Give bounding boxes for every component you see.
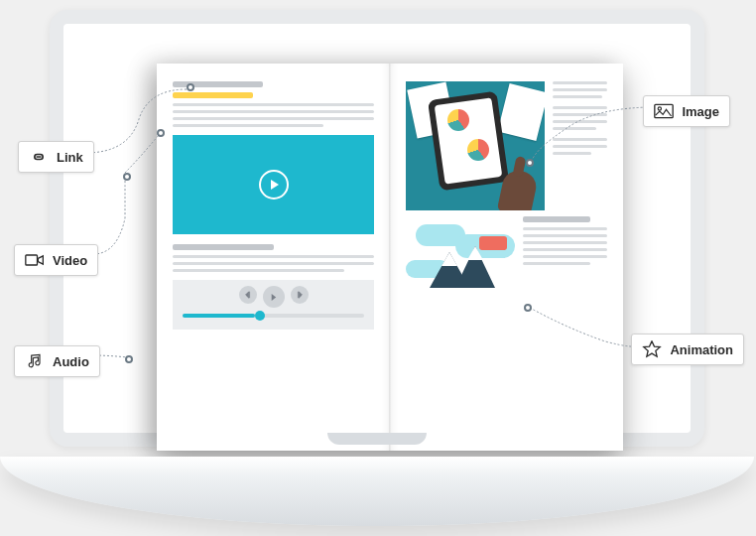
svg-rect-1 (655, 104, 673, 117)
play-button-icon[interactable] (259, 170, 289, 200)
anchor-video-callout (123, 173, 131, 181)
text-line (173, 124, 323, 127)
anchor-link (187, 83, 194, 91)
link-icon (29, 148, 49, 166)
video-camera-icon (25, 251, 45, 269)
text-line (523, 262, 590, 265)
text-line (553, 152, 591, 155)
text-line (553, 113, 607, 116)
laptop-screen (50, 10, 704, 447)
callout-label: Link (57, 150, 83, 165)
anchor-image (526, 159, 534, 167)
callout-label: Animation (670, 342, 733, 357)
callout-label: Video (53, 253, 87, 268)
anchor-audio (125, 355, 133, 363)
text-line (553, 95, 602, 98)
audio-progress[interactable] (183, 314, 364, 318)
text-line (173, 255, 374, 258)
text-line (523, 248, 607, 251)
text-line (173, 110, 374, 113)
laptop-notch (327, 433, 427, 445)
embedded-animation (406, 216, 515, 294)
audio-player[interactable] (173, 280, 374, 330)
text-line (523, 227, 607, 230)
text-line (553, 106, 607, 109)
anchor-video-target (157, 129, 165, 137)
heading-placeholder (173, 244, 274, 250)
star-icon (642, 340, 662, 358)
text-line (173, 103, 374, 106)
text-line (173, 262, 374, 265)
callout-audio: Audio (14, 345, 100, 377)
callout-label: Image (682, 104, 719, 119)
laptop-frame (50, 10, 704, 467)
text-line (553, 145, 607, 148)
play-icon[interactable] (263, 286, 285, 308)
text-line (523, 234, 607, 237)
text-line (523, 241, 607, 244)
anchor-animation (524, 304, 532, 312)
prev-icon[interactable] (239, 286, 257, 304)
callout-animation: Animation (631, 334, 744, 365)
text-line (553, 138, 607, 141)
music-note-icon (25, 352, 45, 370)
callout-image: Image (643, 95, 730, 127)
next-icon[interactable] (291, 286, 309, 304)
page-left (157, 64, 390, 451)
picture-icon (654, 102, 674, 120)
text-line (553, 81, 607, 84)
video-player[interactable] (173, 135, 374, 234)
heading-placeholder (523, 216, 590, 222)
text-line (173, 117, 374, 120)
svg-rect-0 (26, 255, 38, 265)
callout-label: Audio (53, 354, 89, 369)
text-line (173, 269, 344, 272)
callout-video: Video (14, 244, 98, 276)
callout-link: Link (18, 141, 94, 173)
flipbook (157, 64, 623, 451)
laptop-base (0, 457, 754, 526)
embedded-image (406, 81, 545, 210)
svg-point-2 (659, 107, 662, 110)
text-line (523, 255, 607, 258)
page-right (390, 64, 623, 451)
text-line (553, 127, 596, 130)
text-line (553, 120, 607, 123)
highlight-link (173, 92, 253, 98)
text-line (553, 88, 607, 91)
